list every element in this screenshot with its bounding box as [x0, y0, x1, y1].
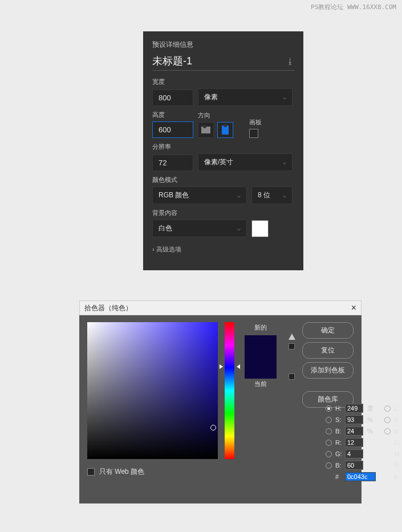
- h-input[interactable]: [345, 404, 363, 413]
- background-text: 白色: [159, 224, 172, 233]
- l-radio[interactable]: [384, 405, 391, 412]
- bv-radio[interactable]: [326, 428, 332, 434]
- new-document-panel: 预设详细信息 未标题-1 ⭳ 宽度 800 像素 ⌵ 高度 600 方向 画板 …: [143, 31, 303, 270]
- bit-depth-text: 8 位: [258, 190, 270, 200]
- h-unit: 度: [367, 404, 374, 413]
- width-unit-text: 像素: [204, 92, 218, 102]
- watermark-text: PS教程论坛 WWW.16XX8.COM: [311, 3, 396, 11]
- width-input[interactable]: 800: [152, 90, 193, 106]
- gamut-warning-icon[interactable]: [289, 334, 295, 340]
- resolution-input[interactable]: 72: [152, 155, 193, 171]
- web-only-checkbox[interactable]: [87, 468, 95, 476]
- r-input[interactable]: [345, 438, 363, 447]
- r-radio[interactable]: [326, 440, 332, 446]
- color-mode-label: 颜色模式: [152, 176, 294, 184]
- chevron-down-icon: ⌵: [283, 94, 286, 100]
- bc-label: B:: [335, 462, 343, 469]
- orientation-portrait[interactable]: [217, 122, 233, 138]
- current-color-label: 当前: [254, 380, 267, 388]
- chevron-right-icon: ›: [152, 246, 155, 253]
- height-input[interactable]: 600: [152, 121, 193, 138]
- web-only-label: 只有 Web 颜色: [99, 467, 144, 477]
- artboard-checkbox[interactable]: [249, 129, 258, 138]
- bv-input[interactable]: [345, 427, 363, 436]
- g-radio[interactable]: [326, 451, 332, 457]
- s-input[interactable]: [345, 415, 363, 424]
- s-radio[interactable]: [326, 417, 332, 423]
- y-label: Y:: [394, 462, 402, 469]
- current-color-preview[interactable]: [245, 357, 277, 379]
- hex-input[interactable]: [345, 472, 376, 481]
- resolution-label: 分辨率: [152, 143, 294, 151]
- bv-label: B:: [335, 428, 343, 434]
- height-label: 高度: [152, 111, 193, 119]
- hex-label: #: [335, 473, 343, 480]
- bit-depth-select[interactable]: 8 位 ⌵: [251, 186, 293, 204]
- save-preset-icon[interactable]: ⭳: [286, 56, 294, 66]
- add-swatch-button[interactable]: 添加到色板: [302, 362, 354, 379]
- sv-marker: [210, 425, 216, 431]
- lb-radio[interactable]: [384, 428, 391, 434]
- r-label: R:: [335, 439, 343, 446]
- s-label: S:: [335, 416, 343, 423]
- color-mode-select[interactable]: RGB 颜色 ⌵: [152, 186, 247, 204]
- chevron-down-icon: ⌵: [237, 225, 241, 232]
- chevron-down-icon: ⌵: [283, 159, 286, 165]
- new-color-label: 新的: [254, 323, 267, 332]
- background-color-swatch[interactable]: [251, 220, 269, 237]
- h-radio[interactable]: [326, 405, 332, 412]
- saturation-value-field[interactable]: [87, 322, 218, 459]
- l-label: L:: [394, 405, 402, 412]
- lb-label: b:: [394, 428, 402, 434]
- color-picker-titlebar: 拾色器（纯色） ×: [79, 300, 362, 315]
- resolution-unit-select[interactable]: 像素/英寸 ⌵: [198, 153, 293, 171]
- g-label: G:: [335, 450, 343, 457]
- ok-button[interactable]: 确定: [302, 322, 354, 339]
- bc-radio[interactable]: [326, 462, 332, 469]
- reset-button[interactable]: 复位: [302, 342, 354, 359]
- hue-slider[interactable]: [225, 322, 234, 459]
- orientation-landscape[interactable]: [198, 122, 214, 138]
- advanced-options[interactable]: › 高级选项: [152, 245, 294, 254]
- bc-input[interactable]: [345, 461, 363, 470]
- resolution-unit-text: 像素/英寸: [204, 157, 233, 167]
- close-icon[interactable]: ×: [351, 303, 356, 313]
- orientation-label: 方向: [198, 111, 233, 120]
- a-radio[interactable]: [384, 417, 391, 423]
- new-color-preview: [245, 335, 277, 357]
- background-select[interactable]: 白色 ⌵: [152, 220, 247, 237]
- color-mode-text: RGB 颜色: [159, 190, 189, 200]
- k-label: K:: [394, 473, 402, 480]
- artboard-label: 画板: [249, 118, 262, 127]
- a-label: a:: [394, 416, 402, 423]
- chevron-down-icon: ⌵: [283, 192, 286, 198]
- width-unit-select[interactable]: 像素 ⌵: [198, 88, 293, 106]
- background-label: 背景内容: [152, 209, 294, 217]
- s-unit: %: [367, 416, 374, 423]
- c-label: C:: [394, 439, 402, 446]
- chevron-down-icon: ⌵: [237, 192, 241, 198]
- web-safe-icon[interactable]: [289, 343, 295, 350]
- cube-icon[interactable]: [289, 373, 295, 380]
- width-label: 宽度: [152, 78, 294, 86]
- document-title[interactable]: 未标题-1: [152, 54, 192, 68]
- m-label: M:: [394, 450, 402, 457]
- panel-header: 预设详细信息: [152, 40, 193, 50]
- advanced-label: 高级选项: [156, 246, 181, 253]
- g-input[interactable]: [345, 449, 363, 458]
- hue-marker: [223, 364, 237, 369]
- bv-unit: %: [367, 428, 374, 434]
- h-label: H:: [335, 405, 343, 412]
- picker-title: 拾色器（纯色）: [84, 303, 132, 313]
- color-picker-panel: 新的 当前 确定 复位 添加到色板 颜色库 H:度 L: S:% a: B:%: [79, 315, 362, 503]
